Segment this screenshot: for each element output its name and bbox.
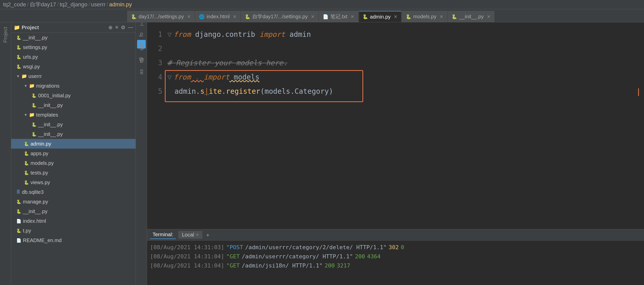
tab-label: index.html (207, 14, 230, 20)
side-label: 动 (138, 65, 145, 68)
tree-item[interactable]: 🐍 manage.py (11, 197, 136, 207)
tab-index-html[interactable]: 🌐 index.html ✕ (195, 11, 240, 22)
breadcrumb-sep: / (27, 1, 29, 8)
fold-marker: ▽ (167, 27, 172, 42)
empty-line (167, 42, 172, 56)
tab-close[interactable]: ✕ (350, 14, 354, 20)
tree-item[interactable]: 🐍 tests.py (11, 168, 136, 178)
tab-day17-settings[interactable]: 🐍 day17/.../settings.py ✕ (127, 11, 195, 22)
tree-item[interactable]: 🐍 t.py (11, 226, 136, 235)
tree-item[interactable]: 🐍 __init__.py (11, 33, 136, 42)
tree-folder-templates[interactable]: ▼ 📁 templates (11, 110, 136, 120)
tree-item[interactable]: 🐍 __init__.py (11, 207, 136, 216)
py-file-icon: 🐍 (32, 103, 37, 108)
tree-item[interactable]: 🐍 views.py (11, 178, 136, 187)
tab-admin-py[interactable]: 🐍 admin.py ✕ (359, 11, 401, 22)
method-register: register (226, 84, 260, 99)
tab-notes[interactable]: 📄 笔记.txt ✕ (319, 11, 358, 22)
minimize-icon[interactable]: — (128, 24, 133, 30)
log-timestamp: [08/Aug/2021 14:31:04] (150, 253, 224, 260)
terminal-add-button[interactable]: ＋ (205, 231, 211, 239)
tab-close[interactable]: ✕ (487, 14, 491, 20)
tree-title: Project (22, 25, 107, 30)
tree-item[interactable]: 🐍 __init__.py (11, 129, 136, 139)
file-name: views.py (31, 180, 50, 185)
breadcrumb-item[interactable]: userrr (91, 1, 106, 8)
file-name: __init__.py (38, 102, 63, 108)
settings-icon[interactable]: ⚙ (121, 24, 125, 30)
tab-close[interactable]: ✕ (233, 14, 237, 20)
line-num: 5 (147, 84, 162, 99)
line-num: 1 (147, 27, 162, 42)
close-icon[interactable]: ✕ (196, 232, 199, 237)
tab-label: admin.py (370, 14, 391, 20)
models-ref: models (265, 84, 290, 99)
comment: # Register your models here. (167, 56, 287, 70)
side-label: 作 (138, 25, 145, 28)
breadcrumb-item[interactable]: tq2_django (60, 1, 87, 8)
tree-item[interactable]: 🐍 __init__.py (11, 120, 136, 129)
file-name: admin.py (31, 141, 51, 147)
py-icon: 🐍 (131, 14, 137, 20)
tree-item[interactable]: 🐍 wsgi.py (11, 62, 136, 71)
tree-item[interactable]: 🐍 __init__.py (11, 100, 136, 110)
side-label-project: Project (3, 25, 8, 45)
tab-init-py[interactable]: 🐍 __init__.py ✕ (448, 11, 494, 22)
py-file-icon: 🐍 (16, 55, 21, 59)
tab-close[interactable]: ✕ (187, 14, 191, 20)
breadcrumb-item-active[interactable]: admin.py (109, 1, 132, 8)
add-icon[interactable]: ⊕ (108, 24, 113, 30)
import-models: models (229, 70, 259, 84)
log-timestamp: [08/Aug/2021 14:31:04] (150, 262, 224, 269)
tab-label: models.py (413, 14, 436, 20)
terminal-local-tab[interactable]: Local ✕ (178, 231, 202, 239)
tree-header: 📁 Project ⊕ ≡ ⚙ — (11, 22, 136, 33)
breadcrumb-item[interactable]: tq2_code (3, 1, 26, 8)
py-icon: 🐍 (406, 14, 411, 20)
py-file-icon: 🐍 (32, 132, 37, 137)
line-num: 4 (147, 70, 162, 84)
db-file-icon: 🗄 (16, 190, 20, 194)
folder-name: userrr (28, 73, 42, 79)
py-file-icon: 🐍 (16, 64, 21, 69)
tab-models-py[interactable]: 🐍 models.py ✕ (402, 11, 447, 22)
file-name: tests.py (31, 170, 48, 176)
tab-close[interactable]: ✕ (311, 14, 315, 20)
keyword-import: import (259, 27, 285, 42)
keyword-import: import (204, 70, 229, 84)
tree-item-admin-py[interactable]: 🐍 admin.py (11, 139, 136, 149)
tree-item[interactable]: 🗄 db.sqlite3 (11, 187, 136, 197)
file-name: t.py (23, 228, 31, 234)
tree-folder-migrations[interactable]: ▼ 📁 migrations (11, 81, 136, 91)
side-label: mi (138, 56, 144, 65)
log-line: [08/Aug/2021 14:31:04] "GET /admin/userr… (150, 252, 641, 261)
breadcrumb-item[interactable]: 自学day17 (30, 1, 56, 8)
code-content[interactable]: 1 2 3 4 5 ▽ from django.contrib import (147, 22, 644, 229)
file-name: db.sqlite3 (22, 189, 44, 195)
tree-item[interactable]: 🐍 urls.py (11, 52, 136, 62)
tab-label: 自学day17/.../settings.py (252, 13, 308, 20)
tree-item[interactable]: 🐍 apps.py (11, 149, 136, 158)
log-size: 0 (401, 244, 404, 250)
line-num: 3 (147, 56, 162, 70)
code-lines[interactable]: ▽ from django.contrib import admin # Reg… (167, 27, 644, 224)
tree-folder-userrr[interactable]: ▼ 📁 userrr (11, 71, 136, 81)
py-icon: 🐍 (451, 14, 457, 20)
file-name: __init__.py (23, 209, 48, 214)
tab-close[interactable]: ✕ (394, 14, 398, 20)
txt-icon: 📄 (323, 14, 328, 20)
tree-item[interactable]: 🐍 0001_initial.py (11, 91, 136, 100)
tab-label: 笔记.txt (330, 13, 347, 20)
file-name: __init__.py (38, 122, 63, 128)
file-name: models.py (31, 160, 54, 166)
keyword-from: from (174, 27, 191, 42)
tree-item[interactable]: 🐍 settings.py (11, 42, 136, 52)
tab-zixue-settings[interactable]: 🐍 自学day17/.../settings.py ✕ (241, 11, 318, 22)
tree-item[interactable]: 📄 index.html (11, 216, 136, 226)
side-label-active[interactable] (137, 40, 146, 49)
tree-item[interactable]: 🐍 models.py (11, 158, 136, 168)
collapse-icon[interactable]: ≡ (115, 24, 118, 30)
log-timestamp: [08/Aug/2021 14:31:03] (150, 244, 224, 250)
tree-item[interactable]: 📄 README_en.md (11, 235, 136, 245)
tab-close[interactable]: ✕ (440, 14, 443, 20)
